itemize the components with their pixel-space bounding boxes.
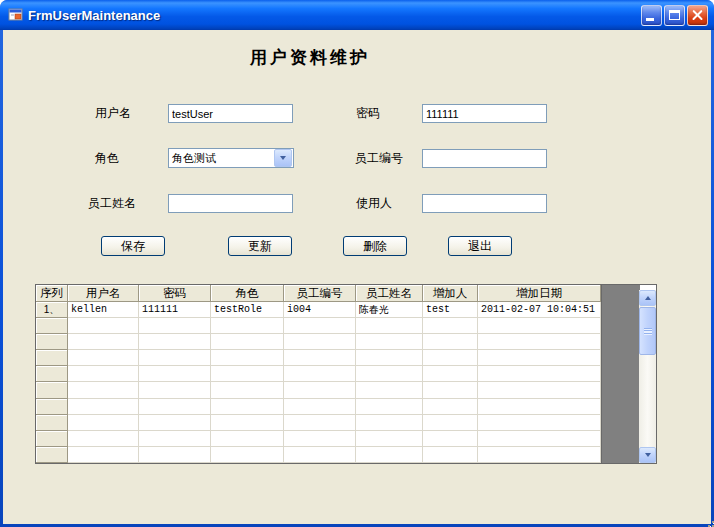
table-cell[interactable] bbox=[423, 399, 478, 415]
table-cell[interactable] bbox=[68, 334, 139, 350]
table-cell[interactable] bbox=[478, 431, 601, 447]
grid-column-header[interactable]: 用户名 bbox=[68, 285, 139, 302]
password-input[interactable] bbox=[422, 104, 547, 123]
employee-name-input[interactable] bbox=[168, 194, 293, 213]
table-cell[interactable] bbox=[478, 415, 601, 431]
table-cell[interactable]: 陈春光 bbox=[356, 302, 423, 318]
table-cell[interactable] bbox=[423, 415, 478, 431]
table-cell[interactable] bbox=[211, 350, 284, 366]
table-cell[interactable] bbox=[356, 334, 423, 350]
grid-column-header[interactable]: 序列 bbox=[36, 285, 68, 302]
maximize-button[interactable] bbox=[664, 5, 685, 26]
role-combobox[interactable]: 角色测试 bbox=[168, 148, 294, 168]
table-cell[interactable] bbox=[284, 334, 356, 350]
table-cell[interactable] bbox=[211, 334, 284, 350]
table-cell[interactable]: 111111 bbox=[139, 302, 211, 318]
row-header-cell[interactable] bbox=[36, 415, 68, 431]
table-cell[interactable] bbox=[478, 334, 601, 350]
row-header-cell[interactable]: 1、 bbox=[36, 302, 68, 318]
table-cell[interactable] bbox=[211, 399, 284, 415]
row-header-cell[interactable] bbox=[36, 334, 68, 350]
title-bar[interactable]: FrmUserMaintenance bbox=[0, 0, 714, 30]
exit-button[interactable]: 退出 bbox=[448, 236, 512, 256]
row-header-cell[interactable] bbox=[36, 318, 68, 334]
table-cell[interactable] bbox=[356, 382, 423, 398]
update-button[interactable]: 更新 bbox=[228, 236, 292, 256]
table-cell[interactable] bbox=[68, 318, 139, 334]
table-cell[interactable] bbox=[478, 350, 601, 366]
table-cell[interactable] bbox=[478, 382, 601, 398]
username-input[interactable] bbox=[168, 104, 293, 123]
table-cell[interactable]: 2011-02-07 10:04:51 bbox=[478, 302, 601, 318]
table-cell[interactable] bbox=[423, 382, 478, 398]
table-cell[interactable] bbox=[356, 350, 423, 366]
delete-button[interactable]: 删除 bbox=[343, 236, 407, 256]
grid-column-header[interactable]: 角色 bbox=[211, 285, 284, 302]
table-cell[interactable] bbox=[423, 318, 478, 334]
table-cell[interactable] bbox=[423, 350, 478, 366]
table-cell[interactable] bbox=[139, 431, 211, 447]
table-cell[interactable] bbox=[139, 318, 211, 334]
table-cell[interactable] bbox=[139, 447, 211, 463]
vertical-scrollbar[interactable] bbox=[639, 290, 656, 463]
table-cell[interactable]: testRole bbox=[211, 302, 284, 318]
table-cell[interactable] bbox=[356, 431, 423, 447]
table-cell[interactable] bbox=[423, 366, 478, 382]
row-header-cell[interactable] bbox=[36, 350, 68, 366]
table-cell[interactable] bbox=[139, 399, 211, 415]
close-button[interactable] bbox=[687, 5, 708, 26]
row-header-cell[interactable] bbox=[36, 447, 68, 463]
table-cell[interactable] bbox=[68, 399, 139, 415]
role-combobox-dropdown-button[interactable] bbox=[274, 149, 292, 167]
table-cell[interactable] bbox=[284, 431, 356, 447]
table-cell[interactable] bbox=[211, 431, 284, 447]
table-cell[interactable] bbox=[211, 415, 284, 431]
resize-grip[interactable] bbox=[706, 519, 708, 521]
save-button[interactable]: 保存 bbox=[101, 236, 165, 256]
table-cell[interactable] bbox=[284, 350, 356, 366]
table-cell[interactable] bbox=[423, 447, 478, 463]
table-cell[interactable] bbox=[284, 318, 356, 334]
grid-column-header[interactable]: 员工编号 bbox=[284, 285, 356, 302]
grid-column-header[interactable]: 增加人 bbox=[423, 285, 478, 302]
table-cell[interactable] bbox=[211, 382, 284, 398]
table-cell[interactable] bbox=[284, 366, 356, 382]
table-cell[interactable] bbox=[284, 415, 356, 431]
table-cell[interactable] bbox=[356, 447, 423, 463]
table-cell[interactable] bbox=[68, 431, 139, 447]
table-cell[interactable] bbox=[284, 447, 356, 463]
row-header-cell[interactable] bbox=[36, 366, 68, 382]
table-cell[interactable]: test bbox=[423, 302, 478, 318]
table-cell[interactable] bbox=[139, 415, 211, 431]
table-cell[interactable]: i004 bbox=[284, 302, 356, 318]
table-cell[interactable] bbox=[139, 366, 211, 382]
table-cell[interactable] bbox=[356, 415, 423, 431]
row-header-cell[interactable] bbox=[36, 431, 68, 447]
row-header-cell[interactable] bbox=[36, 382, 68, 398]
table-cell[interactable] bbox=[211, 366, 284, 382]
scroll-up-button[interactable] bbox=[639, 290, 656, 306]
table-cell[interactable] bbox=[68, 447, 139, 463]
table-cell[interactable] bbox=[478, 447, 601, 463]
table-cell[interactable]: kellen bbox=[68, 302, 139, 318]
table-cell[interactable] bbox=[68, 415, 139, 431]
table-cell[interactable] bbox=[284, 382, 356, 398]
table-cell[interactable] bbox=[211, 318, 284, 334]
table-cell[interactable] bbox=[423, 431, 478, 447]
table-cell[interactable] bbox=[356, 318, 423, 334]
table-cell[interactable] bbox=[284, 399, 356, 415]
table-cell[interactable] bbox=[139, 382, 211, 398]
table-cell[interactable] bbox=[356, 366, 423, 382]
table-cell[interactable] bbox=[139, 350, 211, 366]
table-cell[interactable] bbox=[211, 447, 284, 463]
table-cell[interactable] bbox=[139, 334, 211, 350]
grid-column-header[interactable]: 密码 bbox=[139, 285, 211, 302]
user-input[interactable] bbox=[422, 194, 547, 213]
row-header-cell[interactable] bbox=[36, 399, 68, 415]
scrollbar-thumb[interactable] bbox=[639, 307, 656, 355]
table-cell[interactable] bbox=[68, 350, 139, 366]
table-cell[interactable] bbox=[478, 366, 601, 382]
scroll-down-button[interactable] bbox=[639, 447, 656, 463]
table-cell[interactable] bbox=[68, 382, 139, 398]
table-cell[interactable] bbox=[478, 318, 601, 334]
